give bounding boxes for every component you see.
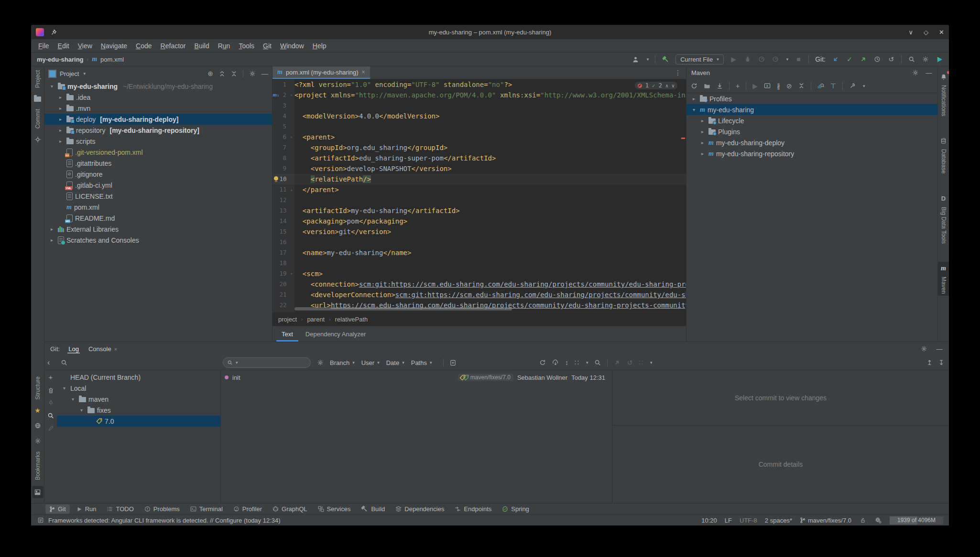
prev-problem-icon[interactable]: ∧ — [665, 83, 668, 88]
code-line-5[interactable]: 5 — [272, 121, 686, 132]
breadcrumb-parent-tag[interactable]: parent — [307, 316, 325, 323]
pin-icon[interactable] — [50, 27, 57, 37]
hide-panel-icon[interactable]: — — [261, 70, 268, 77]
project-tree-item-git-versioned-pom-xml[interactable]: <>.git-versioned-pom.xml — [44, 147, 272, 158]
tool-window-dependencies[interactable]: Dependencies — [392, 504, 448, 514]
code-line-21[interactable]: 21 <developerConnection>scm:git:https://… — [272, 289, 686, 300]
error-stripe-mark[interactable] — [681, 138, 685, 139]
maven-tree-item-my-edu-sharing-repository[interactable]: ▸mmy-edu-sharing-repository — [686, 148, 937, 159]
menu-edit[interactable]: Edit — [54, 41, 74, 51]
scroll-to-bottom-icon[interactable]: ↧ — [938, 359, 944, 366]
tool-tab-notifications[interactable]: Notifications — [938, 70, 949, 118]
code-line-19[interactable]: 19▿ <scm> — [272, 268, 686, 279]
chevron-down-icon[interactable]: ▾ — [78, 407, 85, 413]
tool-window-terminal[interactable]: Terminal — [186, 504, 227, 514]
delete-branch-icon[interactable] — [48, 387, 54, 394]
fold-marker-icon[interactable]: ▵ — [289, 311, 295, 312]
settings-sync-icon[interactable] — [874, 515, 882, 525]
find-branch-icon[interactable] — [47, 412, 54, 419]
debug-icon[interactable] — [744, 54, 751, 64]
branch-tree-item-fixes[interactable]: ▾fixes — [57, 405, 220, 416]
maven-tree-item-lifecycle[interactable]: ▸Lifecycle — [686, 115, 937, 126]
code-line-8[interactable]: 8 <artifactId>edu_sharing-super-pom</art… — [272, 153, 686, 163]
tab-options-icon[interactable]: ⋮ — [670, 66, 686, 79]
status-frame-icon[interactable] — [37, 515, 44, 525]
maven-tree-item-plugins[interactable]: ▸Plugins — [686, 126, 937, 137]
project-tree-item-scratches-and-consoles[interactable]: ▸Scratches and Consoles — [44, 235, 272, 246]
caret-position[interactable]: 10:20 — [701, 517, 717, 524]
maven-tree-item-profiles[interactable]: ▸Profiles — [686, 93, 937, 104]
menu-view[interactable]: View — [74, 41, 97, 51]
run-icon[interactable]: ▶ — [730, 54, 738, 64]
status-message[interactable]: Frameworks detected: Angular CLI framewo… — [48, 517, 281, 524]
commit-tool-icon[interactable] — [33, 135, 43, 144]
ide-plugin-icon[interactable] — [936, 54, 943, 64]
scroll-to-top-icon[interactable]: ↥ — [927, 359, 933, 366]
menu-file[interactable]: File — [34, 41, 54, 51]
tool-window-git[interactable]: Git — [45, 504, 70, 514]
branch-search-icon[interactable] — [61, 359, 67, 366]
git-update-icon[interactable] — [832, 54, 839, 64]
chevron-right-icon[interactable]: ▸ — [57, 139, 64, 144]
commit-row[interactable]: init maven/fixes/7.0 Sebastian Wollner T… — [221, 372, 612, 383]
tool-window-graphql[interactable]: GraphQL — [269, 504, 311, 514]
changes-view-options-icon[interactable]: ∷ — [639, 359, 643, 366]
project-tree-item-idea[interactable]: ▸.idea — [44, 92, 272, 103]
project-tree-item-deploy[interactable]: ▸deploy[my-edu-sharing-deploy] — [44, 114, 272, 125]
code-line-9[interactable]: 9 <version>develop-SNAPSHOT</version> — [272, 163, 686, 174]
code-line-20[interactable]: 20 <connection>scm:git:https://scm.edu-s… — [272, 279, 686, 289]
code-line-6[interactable]: 6▿ <parent> — [272, 132, 686, 142]
project-tree-item-mvn[interactable]: ▸.mvn — [44, 103, 272, 114]
code-line-13[interactable]: 13 <artifactId>my-edu-sharing</artifactI… — [272, 205, 686, 216]
memory-indicator[interactable]: 1939 of 4096M — [890, 516, 943, 525]
code-area[interactable]: 1 ✓ 2 ∧ ∨ 1<?xml version="1.0" encoding=… — [272, 79, 686, 312]
tool-window-profiler[interactable]: Profiler — [229, 504, 266, 514]
code-line-18[interactable]: 18 — [272, 258, 686, 268]
user-profile-icon[interactable] — [632, 54, 640, 64]
chevron-right-icon[interactable]: ▸ — [57, 117, 64, 122]
maximize-window-icon[interactable]: ◇ — [924, 29, 928, 36]
code-line-4[interactable]: 4 <modelVersion>4.0.0</modelVersion> — [272, 111, 686, 121]
branch-tree-item-7-0[interactable]: 7.0 — [57, 416, 220, 427]
inspection-widget[interactable]: 1 ✓ 2 ∧ ∨ — [635, 82, 677, 89]
chevron-down-icon[interactable]: ▾ — [61, 386, 68, 391]
rollback-icon[interactable]: ↺ — [887, 54, 895, 64]
skip-tests-icon[interactable]: ∦ — [777, 82, 780, 90]
menu-tools[interactable]: Tools — [234, 41, 259, 51]
fold-marker-icon[interactable]: ▿ — [289, 268, 295, 279]
tool-window-run[interactable]: Run — [73, 504, 100, 514]
add-branch-icon[interactable]: + — [49, 373, 53, 381]
tool-tab-bookmarks-label[interactable]: Bookmarks — [34, 451, 41, 480]
project-tree-item-scripts[interactable]: ▸scripts — [44, 136, 272, 147]
breadcrumb-project[interactable]: my-edu-sharing — [37, 56, 84, 63]
hide-panel-icon[interactable]: — — [936, 344, 943, 353]
search-everywhere-icon[interactable] — [908, 54, 915, 64]
code-line-23[interactable]: 23▵ </scm> — [272, 311, 686, 312]
tool-window-problems[interactable]: Problems — [141, 504, 184, 514]
collapse-left-icon[interactable]: ‹ — [47, 358, 50, 367]
menu-build[interactable]: Build — [190, 41, 214, 51]
git-branch-widget[interactable]: maven/fixes/7.0 — [800, 517, 851, 524]
fold-marker-icon[interactable]: ▵ — [289, 184, 295, 195]
breadcrumb-relativepath-tag[interactable]: relativePath — [335, 316, 368, 323]
project-tree-item-readme-md[interactable]: MDREADME.md — [44, 213, 272, 224]
tool-window-endpoints[interactable]: Endpoints — [451, 504, 495, 514]
commit-refs-badge[interactable]: maven/fixes/7.0 — [458, 374, 513, 381]
add-maven-project-icon[interactable]: + — [736, 82, 740, 90]
git-panel-settings-icon[interactable] — [920, 344, 928, 353]
code-line-11[interactable]: 11▵ </parent> — [272, 184, 686, 195]
chevron-right-icon[interactable]: ▸ — [48, 237, 55, 243]
chevron-right-icon[interactable]: ▸ — [48, 226, 55, 232]
branch-tree-item-maven[interactable]: ▾maven — [57, 394, 220, 405]
git-commit-icon[interactable]: ✓ — [846, 54, 853, 64]
maven-settings-gear-icon[interactable] — [912, 68, 919, 77]
favorites-star-icon[interactable]: ★ — [33, 406, 43, 415]
maven-import-icon[interactable]: m↓ — [272, 90, 280, 100]
project-panel-settings-icon[interactable] — [249, 70, 256, 77]
sort-icon[interactable]: ↕ — [565, 359, 568, 366]
close-tab-icon[interactable]: × — [362, 69, 365, 75]
editor-tab[interactable]: m pom.xml (my-edu-sharing) × — [272, 66, 370, 79]
menu-navigate[interactable]: Navigate — [97, 41, 131, 51]
chevron-down-icon[interactable]: ▾ — [48, 84, 55, 89]
breadcrumb-project-tag[interactable]: project — [278, 316, 297, 323]
